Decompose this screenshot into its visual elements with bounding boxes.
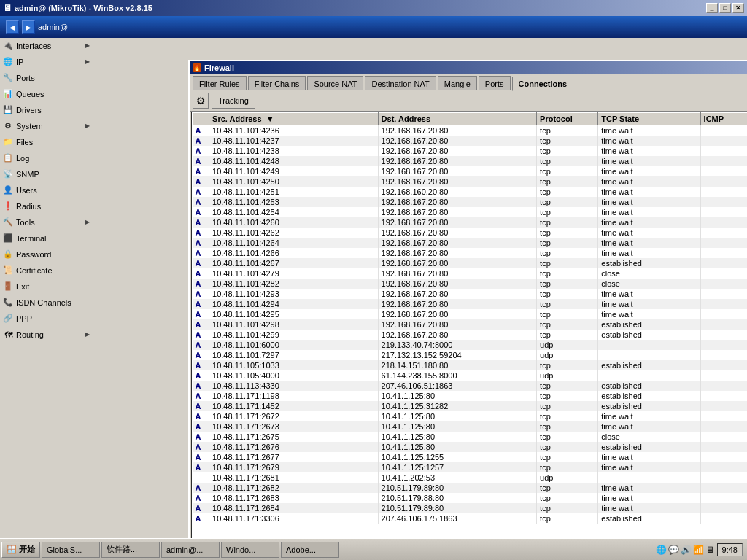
sidebar-item-files[interactable]: 📁 Files — [0, 134, 93, 150]
sidebar-item-isdn-channels[interactable]: 📞 ISDN Channels — [0, 295, 93, 311]
sidebar-item-password[interactable]: 🔒 Password — [0, 246, 93, 262]
tab-ports[interactable]: Ports — [479, 76, 511, 90]
table-row[interactable]: A 10.48.11.101:4299 192.168.167.20:80 tc… — [193, 330, 748, 340]
content-area: 🔥 Firewall ✕ Filter RulesFilter ChainsSo… — [93, 38, 747, 560]
tab-mangle[interactable]: Mangle — [438, 76, 477, 90]
sidebar-item-snmp[interactable]: 📡 SNMP — [0, 166, 93, 182]
connections-table-container[interactable]: Src. Address ▼ Dst. Address Protocol TCP… — [191, 112, 747, 560]
settings-button[interactable]: ⚙ — [193, 93, 209, 109]
table-row[interactable]: A 10.48.11.101:7297 217.132.13.152:59204… — [193, 350, 748, 360]
tracking-button[interactable]: Tracking — [212, 93, 255, 109]
table-row[interactable]: A 10.48.11.171:2677 10.41.1.125:1255 tcp… — [193, 452, 748, 462]
nav-forward-button[interactable]: ▶ — [22, 20, 35, 34]
taskbar-item-software[interactable]: 软件路... — [101, 542, 160, 558]
cell-icmp — [700, 309, 747, 319]
col-icmp-header[interactable]: ICMP — [700, 113, 747, 125]
tab-destination-nat[interactable]: Destination NAT — [365, 76, 436, 90]
table-row[interactable]: A 10.48.11.101:4264 192.168.167.20:80 tc… — [193, 238, 748, 248]
taskbar-item-windo[interactable]: Windo... — [221, 542, 279, 558]
table-row[interactable]: A 10.48.11.101:4238 192.168.167.20:80 tc… — [193, 146, 748, 156]
start-button[interactable]: 🪟 开始 — [1, 542, 40, 558]
cell-flag: A — [193, 350, 209, 360]
table-row[interactable]: A 10.48.11.171:2675 10.41.1.125:80 tcp c… — [193, 432, 748, 442]
col-flag-header[interactable] — [193, 113, 209, 125]
sidebar-item-ip[interactable]: 🌐 IP ▶ — [0, 54, 93, 70]
cell-icmp — [700, 156, 747, 166]
table-row[interactable]: A 10.48.11.113:4330 207.46.106.51:1863 t… — [193, 381, 748, 391]
table-row[interactable]: A 10.48.11.171:1198 10.41.1.125:80 tcp e… — [193, 391, 748, 401]
cell-proto: tcp — [537, 483, 598, 493]
col-tcp-header[interactable]: TCP State — [598, 113, 700, 125]
snmp-icon: 📡 — [3, 169, 13, 179]
table-row[interactable]: A 10.48.11.101:4294 192.168.167.20:80 tc… — [193, 299, 748, 309]
minimize-button[interactable]: _ — [706, 3, 718, 13]
cell-icmp — [700, 401, 747, 411]
table-row[interactable]: A 10.48.11.171:1452 10.41.1.125:31282 tc… — [193, 401, 748, 411]
sidebar-item-interfaces[interactable]: 🔌 Interfaces ▶ — [0, 38, 93, 54]
table-row[interactable]: A 10.48.11.101:4293 192.168.167.20:80 tc… — [193, 289, 748, 299]
table-row[interactable]: A 10.48.11.101:4260 192.168.167.20:80 tc… — [193, 217, 748, 228]
tab-connections[interactable]: Connections — [512, 77, 574, 91]
cell-dst: 192.168.167.20:80 — [378, 319, 536, 330]
col-proto-header[interactable]: Protocol — [537, 113, 598, 125]
cell-dst: 10.41.1.125:1257 — [378, 462, 536, 472]
cell-src: 10.48.11.101:4254 — [209, 207, 379, 217]
table-row[interactable]: A 10.48.11.101:4236 192.168.167.20:80 tc… — [193, 125, 748, 136]
tab-source-nat[interactable]: Source NAT — [307, 76, 363, 90]
cell-icmp — [700, 228, 747, 238]
maximize-button[interactable]: □ — [719, 3, 731, 13]
sidebar-item-radius[interactable]: ❗ Radius — [0, 198, 93, 214]
table-row[interactable]: A 10.48.11.171:2682 210.51.179.89:80 tcp… — [193, 483, 748, 493]
sidebar-item-tools[interactable]: 🔨 Tools ▶ — [0, 214, 93, 230]
sidebar-item-certificate[interactable]: 📜 Certificate — [0, 262, 93, 279]
sidebar-item-system[interactable]: ⚙ System ▶ — [0, 118, 93, 134]
taskbar-item-adobe[interactable]: Adobe... — [281, 542, 339, 558]
nav-back-button[interactable]: ◀ — [6, 20, 19, 34]
table-row[interactable]: A 10.48.11.101:4253 192.168.167.20:80 tc… — [193, 197, 748, 207]
taskbar-item-admin[interactable]: admin@... — [161, 542, 220, 558]
table-row[interactable]: A 10.48.11.101:4250 192.168.167.20:80 tc… — [193, 176, 748, 187]
sidebar-item-ppp[interactable]: 🔗 PPP — [0, 311, 93, 327]
table-row[interactable]: A 10.48.11.101:4295 192.168.167.20:80 tc… — [193, 309, 748, 319]
table-row[interactable]: A 10.48.11.101:4254 192.168.167.20:80 tc… — [193, 207, 748, 217]
tab-filter-rules[interactable]: Filter Rules — [193, 76, 247, 90]
table-row[interactable]: A 10.48.11.101:4279 192.168.167.20:80 tc… — [193, 268, 748, 279]
sidebar-item-log[interactable]: 📋 Log — [0, 150, 93, 166]
sidebar-item-terminal[interactable]: ⬛ Terminal — [0, 230, 93, 246]
sidebar-item-exit[interactable]: 🚪 Exit — [0, 279, 93, 295]
table-row[interactable]: A 10.48.11.101:4262 192.168.167.20:80 tc… — [193, 228, 748, 238]
table-row[interactable]: A 10.48.11.171:2673 10.41.1.125:80 tcp t… — [193, 421, 748, 432]
table-row[interactable]: A 10.48.11.171:2684 210.51.179.89:80 tcp… — [193, 503, 748, 513]
sidebar-item-drivers[interactable]: 💾 Drivers — [0, 102, 93, 118]
sidebar-item-ports[interactable]: 🔧 Ports — [0, 70, 93, 86]
table-row[interactable]: A 10.48.11.101:4251 192.168.160.20:80 tc… — [193, 187, 748, 197]
table-row[interactable]: A 10.48.11.101:4248 192.168.167.20:80 tc… — [193, 156, 748, 166]
table-row[interactable]: A 10.48.11.101:4282 192.168.167.20:80 tc… — [193, 279, 748, 289]
table-row[interactable]: A 10.48.11.101:6000 219.133.40.74:8000 u… — [193, 340, 748, 350]
sidebar-item-users[interactable]: 👤 Users — [0, 182, 93, 198]
taskbar-item-global-s[interactable]: GlobalS... — [42, 542, 100, 558]
table-row[interactable]: A 10.48.11.101:4237 192.168.167.20:80 tc… — [193, 136, 748, 146]
col-src-header[interactable]: Src. Address ▼ — [209, 113, 379, 125]
table-row[interactable]: A 10.48.11.171:3306 207.46.106.175:1863 … — [193, 513, 748, 524]
table-row[interactable]: A 10.48.11.171:2676 10.41.1.125:80 tcp e… — [193, 442, 748, 452]
sidebar-item-routing[interactable]: 🗺 Routing ▶ — [0, 327, 93, 343]
col-dst-header[interactable]: Dst. Address — [378, 113, 536, 125]
table-row[interactable]: A 10.48.11.101:4249 192.168.167.20:80 tc… — [193, 166, 748, 176]
cell-tcp-state: close — [598, 268, 700, 279]
cell-tcp-state — [598, 340, 700, 350]
cell-src: 10.48.11.171:2677 — [209, 452, 379, 462]
tab-filter-chains[interactable]: Filter Chains — [248, 76, 306, 90]
table-row[interactable]: A 10.48.11.105:4000 61.144.238.155:8000 … — [193, 370, 748, 381]
table-row[interactable]: A 10.48.11.171:2672 10.41.1.125:80 tcp t… — [193, 411, 748, 421]
close-button[interactable]: ✕ — [732, 3, 744, 13]
table-row[interactable]: 10.48.11.171:2681 10.41.1.202:53 udp 00:… — [193, 472, 748, 483]
table-row[interactable]: A 10.48.11.101:4298 192.168.167.20:80 tc… — [193, 319, 748, 330]
sidebar-item-queues[interactable]: 📊 Queues — [0, 86, 93, 102]
cell-src: 10.48.11.171:3306 — [209, 513, 379, 524]
table-row[interactable]: A 10.48.11.171:2683 210.51.179.88:80 tcp… — [193, 493, 748, 503]
table-row[interactable]: A 10.48.11.101:4267 192.168.167.20:80 tc… — [193, 258, 748, 268]
table-row[interactable]: A 10.48.11.105:1033 218.14.151.180:80 tc… — [193, 360, 748, 370]
table-row[interactable]: A 10.48.11.101:4266 192.168.167.20:80 tc… — [193, 248, 748, 258]
table-row[interactable]: A 10.48.11.171:2679 10.41.1.125:1257 tcp… — [193, 462, 748, 472]
